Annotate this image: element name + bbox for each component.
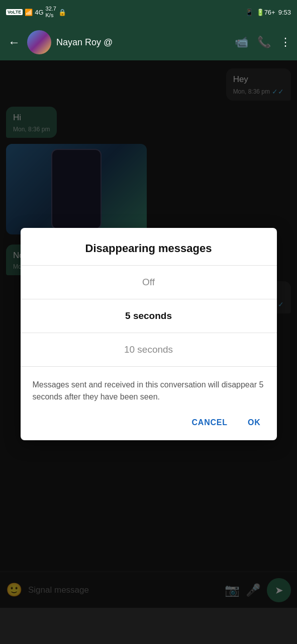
- status-right: 📱 🔋76+ 9:53: [245, 9, 291, 16]
- header-action-icons: 📹 📞 ⋮: [235, 36, 291, 49]
- video-call-icon[interactable]: 📹: [235, 36, 248, 49]
- chat-header: ← Nayan Roy @ 📹 📞 ⋮: [0, 24, 297, 60]
- chat-body: Hey Mon, 8:36 pm ✓✓ Hi Mon, 8:36 pm No b…: [0, 60, 297, 608]
- dialog-actions: CANCEL OK: [21, 407, 277, 440]
- time-display: 9:53: [278, 9, 291, 16]
- volte-indicator: VoLTE: [6, 9, 23, 15]
- back-button[interactable]: ←: [6, 33, 22, 51]
- network-type: 4G: [35, 9, 43, 16]
- option-off[interactable]: Off: [21, 265, 277, 299]
- voice-call-icon[interactable]: 📞: [257, 36, 271, 49]
- dialog-title: Disappearing messages: [21, 228, 277, 265]
- status-left: VoLTE 📶 4G 32.7K/s 🔒: [6, 6, 66, 19]
- signal-icon: 📶: [25, 9, 33, 16]
- battery-indicator: 🔋76+: [256, 9, 275, 16]
- contact-avatar[interactable]: [27, 30, 51, 54]
- status-bar: VoLTE 📶 4G 32.7K/s 🔒 📱 🔋76+ 9:53: [0, 0, 297, 24]
- cancel-button[interactable]: CANCEL: [187, 415, 231, 430]
- option-5-seconds[interactable]: 5 seconds: [21, 299, 277, 333]
- lock-icon: 🔒: [58, 9, 66, 16]
- option-10-seconds[interactable]: 10 seconds: [21, 333, 277, 366]
- sim-icon: 📱: [245, 9, 253, 16]
- ok-button[interactable]: OK: [244, 415, 265, 430]
- data-speed: 32.7K/s: [46, 6, 56, 19]
- contact-name[interactable]: Nayan Roy @: [56, 37, 230, 48]
- more-options-icon[interactable]: ⋮: [280, 36, 291, 49]
- disappearing-messages-dialog: Disappearing messages Off 5 seconds 10 s…: [21, 228, 277, 440]
- dialog-description: Messages sent and received in this conve…: [21, 366, 277, 407]
- modal-overlay: Disappearing messages Off 5 seconds 10 s…: [0, 60, 297, 608]
